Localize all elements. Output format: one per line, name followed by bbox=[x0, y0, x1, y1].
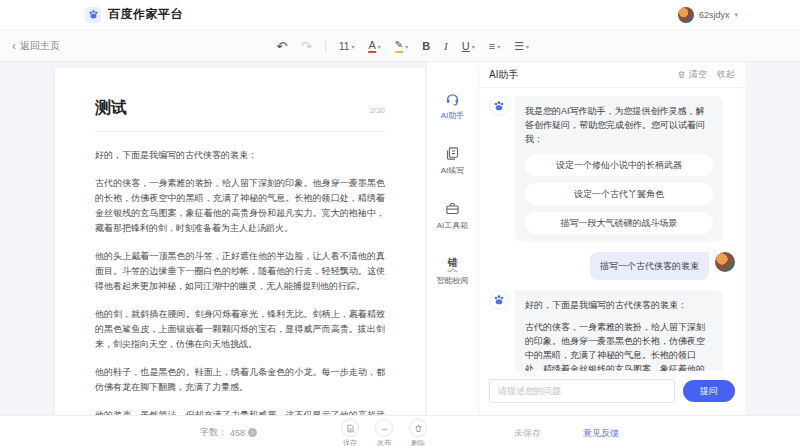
reply-paragraph: 古代的侠客，一身素雅的装扮，给人留下深刻的印象。他身穿一袭墨黑色的长袍，仿佛夜空… bbox=[525, 320, 713, 371]
chevron-down-icon: ▾ bbox=[497, 43, 500, 50]
underline-button[interactable]: U▾ bbox=[457, 38, 480, 54]
chat-message-bot: 好的，下面是我编写的古代侠客的装束： 古代的侠客，一身素雅的装扮，给人留下深刻的… bbox=[489, 290, 735, 371]
chevron-down-icon: ▾ bbox=[734, 11, 738, 19]
trash-icon bbox=[677, 70, 686, 79]
suggestion-chip[interactable]: 描写一段大气磅礴的战斗场景 bbox=[525, 212, 713, 234]
divider bbox=[325, 40, 326, 53]
list-button[interactable]: ☰▾ bbox=[509, 38, 534, 55]
proofread-icon: 错 bbox=[445, 255, 461, 271]
publish-label: 发布 bbox=[377, 438, 391, 446]
proofread-glyph: 错 bbox=[448, 258, 458, 268]
baidu-paw-logo-icon bbox=[85, 7, 101, 23]
feedback-link[interactable]: 意见反馈 bbox=[583, 427, 619, 440]
toolbox-icon bbox=[445, 200, 461, 216]
editor-toolbar: ‹ 返回主页 ↶ ↷ 11▾ A▾ ✎▾ B I U▾ ≡▾ ☰▾ bbox=[0, 30, 800, 62]
ask-button[interactable]: 提问 bbox=[683, 380, 735, 402]
chevron-down-icon: ▾ bbox=[472, 43, 475, 50]
undo-icon: ↶ bbox=[276, 39, 287, 54]
ai-panel-title: AI助手 bbox=[489, 68, 518, 82]
paragraph[interactable]: 他的剑，就斜插在腰间。剑身闪烁着寒光，锋利无比。剑柄上，裹着精致的黑色鲨鱼皮，上… bbox=[95, 307, 385, 352]
text-color-icon: A bbox=[368, 39, 375, 53]
redo-button[interactable]: ↷ bbox=[296, 37, 317, 56]
sidebar-item-label: AI续写 bbox=[441, 165, 465, 176]
clear-chat-label: 清空 bbox=[689, 68, 707, 81]
chevron-down-icon: ▾ bbox=[351, 43, 354, 50]
footer-actions: 保存 → 发布 删除 bbox=[341, 419, 427, 446]
delete-button[interactable]: 删除 bbox=[409, 419, 427, 446]
back-home-button[interactable]: ‹ 返回主页 bbox=[12, 39, 60, 53]
chevron-down-icon: ▾ bbox=[378, 43, 381, 50]
sidebar-item-smart-proofread[interactable]: 错 智能校阅 bbox=[437, 255, 469, 286]
save-status: 未保存 bbox=[514, 427, 541, 440]
publish-arrow-icon: → bbox=[375, 419, 393, 437]
bold-button[interactable]: B bbox=[417, 38, 435, 54]
trash-icon bbox=[409, 419, 427, 437]
word-count-label: 字数： bbox=[200, 426, 227, 439]
font-size-select[interactable]: 11▾ bbox=[334, 39, 359, 54]
word-count-value: 458 bbox=[230, 428, 245, 438]
delete-label: 删除 bbox=[411, 438, 425, 446]
chat-message-user: 描写一个古代侠客的装束 bbox=[489, 252, 735, 280]
paragraph[interactable]: 好的，下面是我编写的古代侠客的装束： bbox=[95, 148, 385, 163]
chevron-down-icon: ▾ bbox=[405, 43, 408, 50]
font-size-value: 11 bbox=[339, 41, 349, 52]
username: 62sjdyx bbox=[699, 10, 730, 20]
sidebar-item-label: AI工具箱 bbox=[437, 220, 469, 231]
align-button[interactable]: ≡▾ bbox=[484, 38, 505, 54]
bold-icon: B bbox=[422, 40, 430, 52]
headset-icon bbox=[445, 90, 461, 106]
app-title: 百度作家平台 bbox=[108, 6, 183, 23]
sidebar-item-ai-assistant[interactable]: AI助手 bbox=[441, 90, 465, 121]
question-input[interactable] bbox=[489, 379, 675, 403]
chat-area: 我是您的AI写作助手，为您提供创作灵感，解答创作疑问，帮助您完成创作。您可以试着… bbox=[479, 88, 745, 371]
save-label: 保存 bbox=[343, 438, 357, 446]
user-avatar bbox=[715, 252, 735, 272]
document-body[interactable]: 好的，下面是我编写的古代侠客的装束： 古代的侠客，一身素雅的装扮，给人留下深刻的… bbox=[95, 148, 385, 415]
format-tools: ↶ ↷ 11▾ A▾ ✎▾ B I U▾ ≡▾ ☰▾ bbox=[271, 30, 534, 62]
sidebar-item-ai-toolbox[interactable]: AI工具箱 bbox=[437, 200, 469, 231]
user-avatar bbox=[678, 7, 694, 23]
document-editor[interactable]: 测试 2/30 好的，下面是我编写的古代侠客的装束： 古代的侠客，一身素雅的装扮… bbox=[55, 68, 425, 415]
list-icon: ☰ bbox=[514, 40, 524, 53]
suggestion-chip[interactable]: 设定一个修仙小说中的长柄武器 bbox=[525, 154, 713, 176]
paragraph[interactable]: 古代的侠客，一身素雅的装扮，给人留下深刻的印象。他身穿一袭墨黑色的长袍，仿佛夜空… bbox=[95, 176, 385, 236]
sidebar-item-label: 智能校阅 bbox=[437, 275, 469, 286]
paragraph[interactable]: 他的装束，虽然简洁，但却充满了力量和威严。这不仅显示了他的高超武艺和坚韧性格，也… bbox=[95, 408, 385, 415]
user-message-bubble: 描写一个古代侠客的装束 bbox=[590, 252, 709, 280]
italic-button[interactable]: I bbox=[439, 38, 453, 54]
collapse-panel-button[interactable]: 收起 bbox=[717, 68, 735, 81]
underline-icon: U bbox=[462, 40, 470, 52]
save-button[interactable]: 保存 bbox=[341, 419, 359, 446]
brand: 百度作家平台 bbox=[85, 6, 183, 23]
undo-button[interactable]: ↶ bbox=[271, 37, 292, 56]
ai-panel-actions: 清空 收起 bbox=[677, 68, 735, 81]
bottom-bar: 字数：458 ! 保存 → 发布 删除 未保存 意见反馈 bbox=[0, 415, 800, 446]
page-indicator: 2/30 bbox=[369, 106, 385, 115]
paragraph[interactable]: 他的头上戴着一顶黑色的斗笠，正好遮住他的半边脸，让人看不清他的真面目。斗笠的边缘… bbox=[95, 249, 385, 294]
redo-icon: ↷ bbox=[301, 39, 312, 54]
publish-button[interactable]: → 发布 bbox=[375, 419, 393, 446]
text-color-button[interactable]: A▾ bbox=[363, 37, 385, 55]
sidebar-item-ai-continue[interactable]: AI续写 bbox=[441, 145, 465, 176]
arrow-glyph: → bbox=[380, 424, 389, 433]
paragraph[interactable]: 他的鞋子，也是黑色的。鞋面上，绣着几条金色的小龙。每一步走动，都仿佛有龙在脚下翻… bbox=[95, 365, 385, 395]
top-header: 百度作家平台 62sjdyx ▾ bbox=[0, 0, 800, 30]
ai-panel-header: AI助手 清空 收起 bbox=[479, 62, 745, 88]
document-title[interactable]: 测试 bbox=[95, 98, 127, 119]
suggestion-chip[interactable]: 设定一个古代丫鬟角色 bbox=[525, 183, 713, 205]
app-window: 百度作家平台 62sjdyx ▾ ‹ 返回主页 ↶ ↷ 11▾ A▾ ✎▾ B … bbox=[0, 0, 800, 446]
bot-avatar bbox=[489, 290, 509, 310]
user-menu[interactable]: 62sjdyx ▾ bbox=[678, 7, 738, 23]
info-icon: ! bbox=[248, 428, 257, 437]
highlight-icon: ✎ bbox=[395, 39, 403, 53]
reply-paragraph: 好的，下面是我编写的古代侠客的装束： bbox=[525, 298, 713, 312]
bot-message-bubble: 好的，下面是我编写的古代侠客的装束： 古代的侠客，一身素雅的装扮，给人留下深刻的… bbox=[515, 290, 723, 371]
chat-message-bot: 我是您的AI写作助手，为您提供创作灵感，解答创作疑问，帮助您完成创作。您可以试着… bbox=[489, 96, 735, 242]
document-title-row: 测试 2/30 bbox=[95, 98, 385, 132]
main-area: 测试 2/30 好的，下面是我编写的古代侠客的装束： 古代的侠客，一身素雅的装扮… bbox=[0, 62, 800, 415]
back-home-label: 返回主页 bbox=[20, 39, 60, 53]
highlight-color-button[interactable]: ✎▾ bbox=[390, 37, 413, 55]
bot-message-bubble: 我是您的AI写作助手，为您提供创作灵感，解答创作疑问，帮助您完成创作。您可以试着… bbox=[515, 96, 723, 242]
chevron-down-icon: ▾ bbox=[526, 43, 529, 50]
clear-chat-button[interactable]: 清空 bbox=[677, 68, 707, 81]
